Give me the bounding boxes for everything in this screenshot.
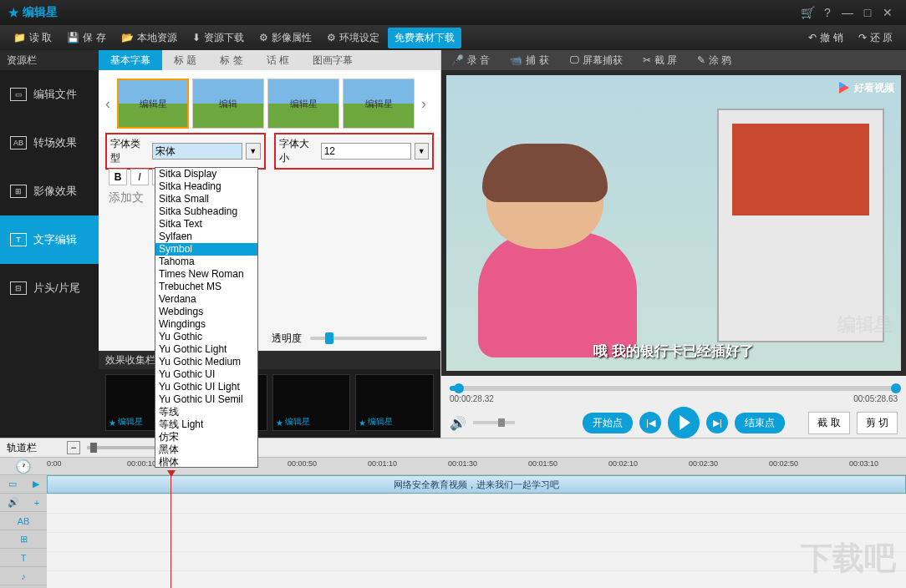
font-option[interactable]: Yu Gothic bbox=[155, 331, 257, 343]
thumb-prev[interactable]: ‹ bbox=[102, 79, 114, 129]
ab-track-header[interactable]: AB bbox=[0, 512, 47, 530]
font-option[interactable]: Trebuchet MS bbox=[155, 281, 257, 293]
font-option[interactable]: Verdana bbox=[155, 293, 257, 306]
italic-button[interactable]: I bbox=[130, 169, 149, 185]
font-option[interactable]: Webdings bbox=[155, 306, 257, 318]
next-button[interactable]: ▶| bbox=[706, 412, 728, 433]
tb-undo[interactable]: ↶ 撤 销 bbox=[802, 28, 849, 48]
text-icon: T bbox=[21, 553, 27, 563]
text-track-header[interactable]: T bbox=[0, 549, 47, 567]
preview-panel: 🎤 录 音 📹 捕 获 🖵 屏幕捕获 ✂ 截 屏 ✎ 涂 鸦 好看视频 编辑星 … bbox=[441, 50, 906, 438]
tb-env[interactable]: ⚙ 环境设定 bbox=[320, 28, 386, 48]
tb-read[interactable]: 📁 读 取 bbox=[7, 28, 59, 48]
font-option[interactable]: Sylfaen bbox=[155, 231, 257, 243]
tb-save[interactable]: 💾 保 存 bbox=[60, 28, 112, 48]
tab-title[interactable]: 标 题 bbox=[162, 50, 208, 70]
font-option[interactable]: 等线 Light bbox=[155, 418, 257, 431]
play-button[interactable] bbox=[668, 407, 700, 438]
opacity-slider[interactable] bbox=[310, 337, 427, 340]
pt-screen-capture[interactable]: 🖵 屏幕捕获 bbox=[559, 50, 633, 70]
effect-thumb-4[interactable]: ★编辑星 bbox=[355, 374, 434, 431]
font-option[interactable]: 等线 bbox=[155, 406, 257, 418]
pt-screenshot[interactable]: ✂ 截 屏 bbox=[633, 50, 687, 70]
clock-icon: 🕐 bbox=[0, 458, 47, 474]
font-option[interactable]: Sitka Display bbox=[155, 168, 257, 180]
help-icon[interactable]: ? bbox=[817, 6, 837, 19]
end-point-button[interactable]: 结束点 bbox=[735, 413, 785, 433]
font-type-dropdown-btn[interactable]: ▼ bbox=[246, 143, 260, 160]
tb-download[interactable]: ⬇ 资源下载 bbox=[186, 28, 251, 48]
volume-slider[interactable] bbox=[473, 421, 515, 424]
center-panel: 基本字幕 标 题 标 签 话 框 图画字幕 ‹ 编辑星 编辑 编辑星 编辑星 ›… bbox=[99, 50, 441, 438]
pt-doodle[interactable]: ✎ 涂 鸦 bbox=[687, 50, 741, 70]
pt-record[interactable]: 🎤 录 音 bbox=[441, 50, 500, 70]
font-option[interactable]: Sitka Heading bbox=[155, 180, 257, 193]
thumb-3[interactable]: 编辑星 bbox=[267, 79, 339, 129]
volume-icon[interactable]: 🔊 bbox=[450, 415, 466, 431]
font-type-input[interactable] bbox=[152, 143, 242, 160]
zoom-out-button[interactable]: − bbox=[67, 441, 80, 454]
video-clip[interactable]: 网络安全教育视频，进来我们一起学习吧 bbox=[47, 475, 906, 494]
start-point-button[interactable]: 开始点 bbox=[583, 413, 633, 433]
sidebar-item-edit-file[interactable]: ▭编辑文件 bbox=[0, 70, 99, 119]
font-option[interactable]: 黑体 bbox=[155, 444, 257, 456]
timeline-tracks-area[interactable]: 网络安全教育视频，进来我们一起学习吧 bbox=[47, 475, 906, 588]
cart-icon[interactable]: 🛒 bbox=[797, 6, 817, 19]
video-preview[interactable]: 好看视频 编辑星 哦 我的银行卡已经插好了 bbox=[446, 75, 901, 371]
font-option[interactable]: Times New Roman bbox=[155, 268, 257, 281]
font-option[interactable]: Sitka Subheading bbox=[155, 205, 257, 218]
font-option[interactable]: Yu Gothic UI Semil bbox=[155, 393, 257, 406]
font-option[interactable]: Sitka Small bbox=[155, 193, 257, 205]
close-icon[interactable]: ✕ bbox=[878, 6, 898, 19]
thumb-1[interactable]: 编辑星 bbox=[117, 79, 189, 129]
maximize-icon[interactable]: □ bbox=[858, 6, 878, 19]
fx-track-header[interactable]: ⊞ bbox=[0, 530, 47, 549]
tb-redo[interactable]: ↷ 还 原 bbox=[852, 28, 899, 48]
music-icon: ♪ bbox=[21, 571, 26, 581]
prev-button[interactable]: |◀ bbox=[639, 412, 661, 433]
timeline-ruler[interactable]: 🕐 0:0000:00:1000:00:3000:00:5000:01:1000… bbox=[0, 457, 906, 475]
font-option[interactable]: Tahoma bbox=[155, 256, 257, 268]
zoom-slider[interactable] bbox=[87, 446, 162, 449]
tab-basic-subtitle[interactable]: 基本字幕 bbox=[99, 50, 162, 70]
effect-thumb-3[interactable]: ★编辑星 bbox=[272, 374, 351, 431]
bold-button[interactable]: B bbox=[109, 169, 127, 185]
font-size-group: 字体大小 ▼ bbox=[274, 133, 435, 170]
tb-free-assets[interactable]: 免费素材下载 bbox=[388, 28, 461, 48]
font-option[interactable]: Wingdings bbox=[155, 318, 257, 331]
thumb-4[interactable]: 编辑星 bbox=[343, 79, 415, 129]
thumb-next[interactable]: › bbox=[418, 79, 430, 129]
thumb-2[interactable]: 编辑 bbox=[192, 79, 264, 129]
font-option[interactable]: Symbol bbox=[155, 243, 257, 256]
sidebar-item-transition[interactable]: AB转场效果 bbox=[0, 119, 99, 167]
video-track-header[interactable]: ▭▶ bbox=[0, 475, 47, 494]
font-option[interactable]: Yu Gothic Medium bbox=[155, 356, 257, 368]
cut-button[interactable]: 剪 切 bbox=[857, 412, 898, 434]
tab-label[interactable]: 标 签 bbox=[208, 50, 254, 70]
font-dropdown-list[interactable]: Sitka DisplaySitka HeadingSitka SmallSit… bbox=[155, 167, 258, 468]
tab-image-subtitle[interactable]: 图画字幕 bbox=[301, 50, 364, 70]
sidebar-item-text-edit[interactable]: T文字编辑 bbox=[0, 215, 99, 264]
sidebar-item-video-fx[interactable]: ⊞影像效果 bbox=[0, 167, 99, 215]
sidebar-item-intro-outro[interactable]: ⊟片头/片尾 bbox=[0, 264, 99, 312]
capture-button[interactable]: 截 取 bbox=[808, 412, 849, 434]
tb-props[interactable]: ⚙ 影像属性 bbox=[252, 28, 318, 48]
font-option[interactable]: Yu Gothic Light bbox=[155, 343, 257, 356]
tb-local[interactable]: 📂 本地资源 bbox=[115, 28, 184, 48]
font-option[interactable]: Yu Gothic UI Light bbox=[155, 381, 257, 393]
font-option[interactable]: 楷体 bbox=[155, 456, 257, 468]
font-size-dropdown-btn[interactable]: ▼ bbox=[415, 143, 429, 160]
pt-capture[interactable]: 📹 捕 获 bbox=[500, 50, 558, 70]
seek-bar[interactable] bbox=[450, 386, 898, 391]
playhead[interactable] bbox=[171, 475, 171, 588]
tab-speech[interactable]: 话 框 bbox=[255, 50, 301, 70]
font-option[interactable]: Yu Gothic UI bbox=[155, 368, 257, 381]
font-option[interactable]: 仿宋 bbox=[155, 431, 257, 444]
ruler-tick: 00:03:10 bbox=[849, 459, 878, 468]
audio-track-header[interactable]: 🔊+ bbox=[0, 494, 47, 512]
font-option[interactable]: Sitka Text bbox=[155, 218, 257, 231]
font-size-input[interactable] bbox=[321, 143, 411, 160]
sidebar-header: 资源栏 bbox=[0, 50, 99, 70]
music-track-header[interactable]: ♪ bbox=[0, 567, 47, 585]
minimize-icon[interactable]: — bbox=[837, 6, 858, 19]
